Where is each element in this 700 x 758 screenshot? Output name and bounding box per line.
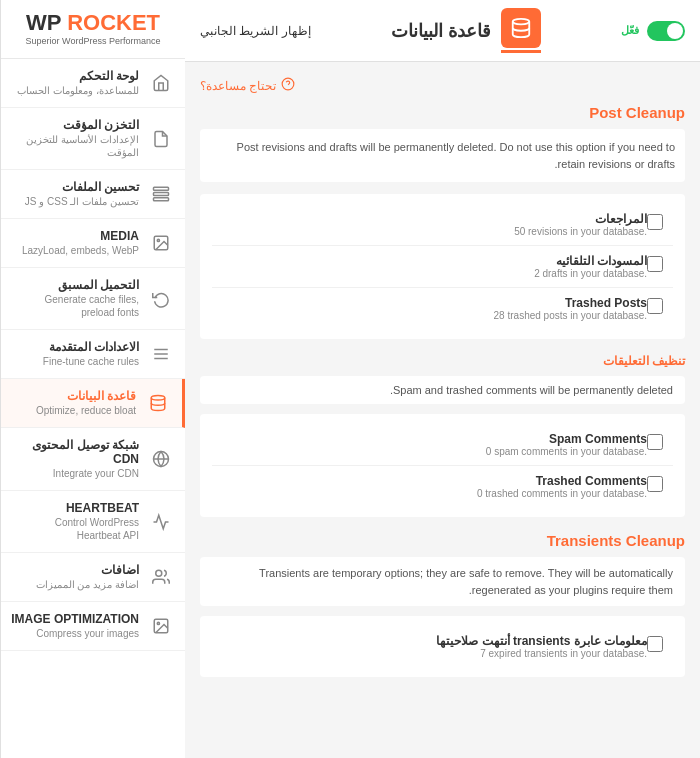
drafts-sublabel: 2 drafts in your database.	[212, 268, 647, 279]
addons-icon	[147, 563, 175, 591]
trashed-posts-label: Trashed Posts	[212, 296, 647, 310]
trashed-comments-checkbox[interactable]	[647, 476, 663, 492]
transients-cleanup-desc: Transients are temporary options; they a…	[200, 557, 685, 606]
trashed-comments-row: Trashed Comments 0 trashed comments in y…	[212, 466, 673, 507]
help-text: تحتاج مساعدة؟	[200, 79, 276, 93]
sidebar-logo: WP ROCKET Superior WordPress Performance	[1, 0, 185, 59]
sidebar-subtitle-advanced: Fine-tune cache rules	[11, 355, 139, 368]
logo-subtitle: Superior WordPress Performance	[11, 36, 175, 46]
revisions-text: المراجعات 50 revisions in your database.	[212, 212, 647, 237]
spam-notice: Spam and trashed comments will be perman…	[200, 376, 685, 404]
page-database-icon	[501, 8, 541, 48]
sidebar-text-cache: التخزن المؤقت الإعدادات الأساسية للتخزين…	[11, 118, 139, 159]
trashed-posts-row: Trashed Posts 28 trashed posts in your d…	[212, 288, 673, 329]
sidebar-toggle[interactable]: إظهار الشريط الجانبي	[200, 24, 311, 38]
sidebar-toggle-label: إظهار الشريط الجانبي	[200, 24, 311, 38]
spam-comments-label: Spam Comments	[212, 432, 647, 446]
sidebar-title-preload: التحميل المسبق	[11, 278, 139, 292]
trashed-posts-text: Trashed Posts 28 trashed posts in your d…	[212, 296, 647, 321]
sidebar-subtitle-media: LazyLoad, embeds, WebP	[11, 244, 139, 257]
sidebar-subtitle-database: Optimize, reduce bloat	[11, 404, 136, 417]
preload-icon	[147, 285, 175, 313]
sidebar-subtitle-files: تحسين ملفات الـ CSS و JS	[11, 195, 139, 208]
sidebar-title-advanced: الاعدادات المتقدمة	[11, 340, 139, 354]
sidebar-title-cdn: شبكة توصيل المحتوى CDN	[11, 438, 139, 466]
drafts-row: المسودات التلقائيه 2 drafts in your data…	[212, 246, 673, 288]
sidebar-item-image-optimization[interactable]: IMAGE OPTIMIZATION Compress your images	[1, 602, 185, 651]
sidebar-title-addons: اضافات	[11, 563, 139, 577]
revisions-label: المراجعات	[212, 212, 647, 226]
cache-icon	[147, 125, 175, 153]
sidebar-item-advanced[interactable]: الاعدادات المتقدمة Fine-tune cache rules	[1, 330, 185, 379]
expired-transients-row: معلومات عابرة transients أنتهت صلاحيتها …	[212, 626, 673, 667]
post-cleanup-title: Post Cleanup	[200, 104, 685, 121]
trashed-comments-text: Trashed Comments 0 trashed comments in y…	[212, 474, 647, 499]
top-bar: إظهار الشريط الجانبي قاعدة البيانات فعّل	[185, 0, 700, 62]
spam-comments-checkbox[interactable]	[647, 434, 663, 450]
revisions-row: المراجعات 50 revisions in your database.	[212, 204, 673, 246]
expired-transients-text: معلومات عابرة transients أنتهت صلاحيتها …	[212, 634, 647, 659]
svg-point-8	[151, 396, 165, 401]
expired-transients-sublabel: 7 expired transients in your database.	[212, 648, 647, 659]
svg-rect-2	[154, 198, 169, 201]
database-icon	[144, 389, 172, 417]
logo-wp: WP	[26, 10, 61, 35]
sidebar-text-heartbeat: HEARTBEAT Control WordPress Heartbeat AP…	[11, 501, 139, 542]
sidebar: WP ROCKET Superior WordPress Performance…	[0, 0, 185, 758]
heartbeat-icon	[147, 508, 175, 536]
content-area: تحتاج مساعدة؟ Post Cleanup Post revision…	[185, 62, 700, 758]
toggle-label: فعّل	[621, 24, 639, 37]
comments-cleanup-box: Spam Comments 0 spam comments in your da…	[200, 414, 685, 517]
post-cleanup-box: المراجعات 50 revisions in your database.…	[200, 194, 685, 339]
svg-point-14	[513, 19, 530, 25]
sidebar-subtitle-cdn: Integrate your CDN	[11, 467, 139, 480]
sidebar-title-cache: التخزن المؤقت	[11, 118, 139, 132]
svg-point-4	[157, 239, 159, 241]
help-icon	[281, 77, 295, 94]
sidebar-item-database[interactable]: قاعدة البيانات Optimize, reduce bloat	[1, 379, 185, 428]
sidebar-text-preload: التحميل المسبق Generate cache files, pre…	[11, 278, 139, 319]
help-link[interactable]: تحتاج مساعدة؟	[200, 77, 685, 94]
sidebar-subtitle-heartbeat: Control WordPress Heartbeat API	[11, 516, 139, 542]
transients-cleanup-box: معلومات عابرة transients أنتهت صلاحيتها …	[200, 616, 685, 677]
sidebar-text-image-optimization: IMAGE OPTIMIZATION Compress your images	[11, 612, 139, 640]
spam-comments-sublabel: 0 spam comments in your database.	[212, 446, 647, 457]
drafts-checkbox[interactable]	[647, 256, 663, 272]
expired-transients-checkbox[interactable]	[647, 636, 663, 652]
sidebar-text-cdn: شبكة توصيل المحتوى CDN Integrate your CD…	[11, 438, 139, 480]
sidebar-item-preload[interactable]: التحميل المسبق Generate cache files, pre…	[1, 268, 185, 330]
sidebar-subtitle-dashboard: للمساعدة، ومعلومات الحساب	[11, 84, 139, 97]
sidebar-item-dashboard[interactable]: لوحة التحكم للمساعدة، ومعلومات الحساب	[1, 59, 185, 108]
trashed-comments-label: Trashed Comments	[212, 474, 647, 488]
sidebar-subtitle-preload: Generate cache files, preload fonts	[11, 293, 139, 319]
files-icon	[147, 180, 175, 208]
sidebar-item-files[interactable]: تحسين الملفات تحسين ملفات الـ CSS و JS	[1, 170, 185, 219]
sidebar-title-database: قاعدة البيانات	[11, 389, 136, 403]
svg-rect-0	[154, 187, 169, 190]
sidebar-item-cache[interactable]: التخزن المؤقت الإعدادات الأساسية للتخزين…	[1, 108, 185, 170]
sidebar-title-files: تحسين الملفات	[11, 180, 139, 194]
media-icon	[147, 229, 175, 257]
sidebar-item-addons[interactable]: اضافات اضافة مزيد من المميزات	[1, 553, 185, 602]
sidebar-item-cdn[interactable]: شبكة توصيل المحتوى CDN Integrate your CD…	[1, 428, 185, 491]
sidebar-text-files: تحسين الملفات تحسين ملفات الـ CSS و JS	[11, 180, 139, 208]
cdn-icon	[147, 445, 175, 473]
logo-text: WP ROCKET	[11, 12, 175, 34]
svg-point-13	[157, 622, 159, 624]
sidebar-item-heartbeat[interactable]: HEARTBEAT Control WordPress Heartbeat AP…	[1, 491, 185, 553]
page-title: قاعدة البيانات	[391, 20, 491, 42]
active-toggle[interactable]	[647, 21, 685, 41]
trashed-posts-sublabel: 28 trashed posts in your database.	[212, 310, 647, 321]
page-title-area: قاعدة البيانات	[391, 8, 541, 53]
trashed-comments-sublabel: 0 trashed comments in your database.	[212, 488, 647, 499]
sidebar-item-media[interactable]: MEDIA LazyLoad, embeds, WebP	[1, 219, 185, 268]
trashed-posts-checkbox[interactable]	[647, 298, 663, 314]
revisions-checkbox[interactable]	[647, 214, 663, 230]
toggle-area[interactable]: فعّل	[621, 21, 685, 41]
svg-rect-1	[154, 193, 169, 196]
image-optimization-icon	[147, 612, 175, 640]
advanced-icon	[147, 340, 175, 368]
comments-cleanup-link[interactable]: تنظيف التعليقات	[200, 354, 685, 368]
post-cleanup-desc: Post revisions and drafts will be perman…	[200, 129, 685, 182]
sidebar-text-dashboard: لوحة التحكم للمساعدة، ومعلومات الحساب	[11, 69, 139, 97]
